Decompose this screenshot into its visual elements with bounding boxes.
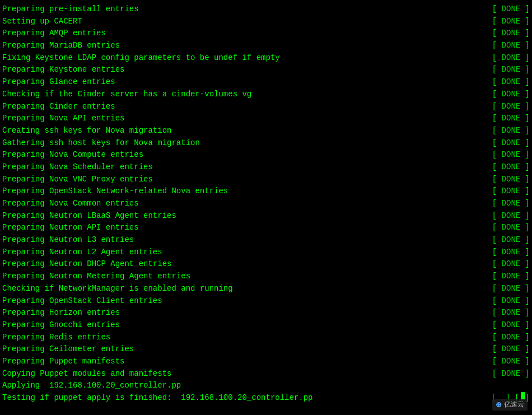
line-text: Preparing Redis entries (2, 332, 492, 344)
line-text: Setting up CACERT (2, 16, 492, 28)
status-bracket: [ (492, 76, 497, 88)
terminal-line: Fixing Keystone LDAP config parameters t… (2, 52, 530, 64)
line-text: Preparing Ceilometer entries (2, 343, 492, 356)
line-text: Preparing Nova VNC Proxy entries (2, 174, 492, 186)
status-bracket-close: ] (525, 222, 530, 234)
line-text: Preparing Horizon entries (2, 307, 492, 319)
status-bracket-close: ] (525, 246, 530, 259)
status-bracket: [ (492, 210, 497, 222)
status-bracket: [ (492, 246, 497, 259)
line-text: Gathering ssh host keys for Nova migrati… (2, 137, 492, 150)
status-bracket-close: ] (525, 343, 530, 356)
line-text: Preparing Cinder entries (2, 101, 492, 113)
status-done: DONE (497, 161, 525, 174)
status-done: DONE (497, 174, 525, 186)
terminal-line: Preparing pre-install entries [ DONE ] (2, 3, 530, 16)
status-done: DONE (497, 271, 525, 283)
status-done: DONE (497, 234, 525, 246)
terminal-line: Checking if NetworkManager is enabled an… (2, 283, 530, 295)
status-bracket-close: ] (525, 3, 530, 16)
status-bracket-close: ] (525, 295, 530, 307)
line-text: Preparing Neutron L3 entries (2, 234, 492, 246)
terminal-line: Testing if puppet apply is finished: 192… (2, 392, 530, 404)
line-text: Preparing Neutron Metering Agent entries (2, 271, 492, 283)
status-bracket: [ (492, 113, 497, 125)
watermark: ⊕ 亿速云 (492, 399, 528, 411)
terminal-line: Preparing Neutron L2 Agent entries [ DON… (2, 246, 530, 259)
status-done: DONE (497, 210, 525, 222)
status-bracket: [ (492, 368, 497, 380)
status-done: DONE (497, 185, 525, 198)
status-bracket-close: ] (525, 88, 530, 101)
terminal-line: Setting up CACERT [ DONE ] (2, 16, 530, 28)
status-bracket: [ (492, 222, 497, 234)
status-done: DONE (497, 307, 525, 319)
terminal-line: Preparing Cinder entries [ DONE ] (2, 101, 530, 113)
line-text: Fixing Keystone LDAP config parameters t… (2, 52, 492, 64)
status-bracket-close: ] (525, 174, 530, 186)
status-bracket: [ (492, 137, 497, 150)
status-bracket-close: ] (525, 137, 530, 150)
line-text: Checking if NetworkManager is enabled an… (2, 283, 492, 295)
status-done: DONE (497, 332, 525, 344)
status-bracket: [ (492, 40, 497, 52)
status-done: DONE (497, 125, 525, 137)
line-text: Testing if puppet apply is finished: 192… (2, 392, 491, 404)
status-done: DONE (497, 52, 525, 64)
status-done: DONE (497, 113, 525, 125)
terminal-line: Preparing Glance entries [ DONE ] (2, 76, 530, 88)
status-bracket-close: ] (525, 161, 530, 174)
status-bracket: [ (492, 307, 497, 319)
status-bracket: [ (492, 27, 497, 40)
line-text: Preparing Neutron LBaaS Agent entries (2, 210, 492, 222)
status-bracket-close: ] (525, 307, 530, 319)
status-done: DONE (497, 283, 525, 295)
status-bracket: [ (492, 283, 497, 295)
line-text: Preparing Nova Common entries (2, 198, 492, 210)
line-text: Preparing Gnocchi entries (2, 319, 492, 332)
status-bracket: [ (492, 234, 497, 246)
status-done: DONE (497, 149, 525, 161)
status-bracket: [ (492, 185, 497, 198)
status-bracket-close: ] (525, 319, 530, 332)
status-bracket: [ (492, 295, 497, 307)
line-text: Preparing Nova API entries (2, 113, 492, 125)
terminal-line: Preparing MariaDB entries [ DONE ] (2, 40, 530, 52)
line-text: Applying 192.168.100.20_controller.pp (2, 380, 530, 392)
terminal-line: Preparing Keystone entries [ DONE ] (2, 64, 530, 76)
status-done: DONE (497, 368, 525, 380)
line-text: Preparing Glance entries (2, 76, 492, 88)
status-bracket-close: ] (525, 185, 530, 198)
status-done: DONE (497, 222, 525, 234)
terminal-line: Preparing OpenStack Client entries [ DON… (2, 295, 530, 307)
status-done: DONE (497, 343, 525, 356)
status-bracket-close: ] (525, 76, 530, 88)
terminal-line: Preparing Nova Common entries [ DONE ] (2, 198, 530, 210)
status-bracket: [ (492, 174, 497, 186)
status-done: DONE (497, 88, 525, 101)
terminal-line: Preparing Nova Compute entries [ DONE ] (2, 149, 530, 161)
terminal-line: Preparing Neutron API entries [ DONE ] (2, 222, 530, 234)
terminal-line: Applying 192.168.100.20_controller.pp (2, 380, 530, 392)
line-text: Preparing OpenStack Client entries (2, 295, 492, 307)
status-bracket-close: ] (525, 125, 530, 137)
status-done: DONE (497, 319, 525, 332)
terminal-line: Preparing Nova Scheduler entries [ DONE … (2, 161, 530, 174)
line-text: Preparing AMQP entries (2, 27, 492, 40)
status-bracket: [ (492, 198, 497, 210)
status-done: DONE (497, 258, 525, 271)
status-bracket-close: ] (525, 258, 530, 271)
status-bracket: [ (492, 64, 497, 76)
status-bracket-close: ] (525, 198, 530, 210)
status-done: DONE (497, 27, 525, 40)
line-text: Preparing Nova Compute entries (2, 149, 492, 161)
status-bracket: [ (492, 16, 497, 28)
terminal-line: Preparing Neutron LBaaS Agent entries [ … (2, 210, 530, 222)
status-bracket: [ (492, 88, 497, 101)
status-bracket-close: ] (525, 101, 530, 113)
line-text: Preparing Nova Scheduler entries (2, 161, 492, 174)
line-text: Preparing pre-install entries (2, 3, 492, 16)
status-done: DONE (497, 101, 525, 113)
status-bracket-close: ] (525, 149, 530, 161)
status-bracket: [ (492, 3, 497, 16)
